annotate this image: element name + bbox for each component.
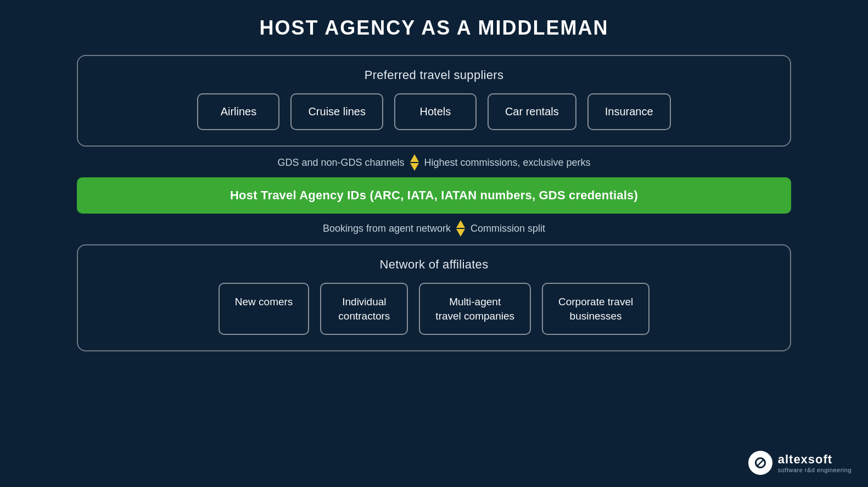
supplier-airlines: Airlines [197, 93, 279, 130]
middle-bottom-row: Bookings from agent network Commission s… [77, 220, 791, 237]
suppliers-row: Airlines Cruise lines Hotels Car rentals… [94, 93, 774, 130]
logo-main-text: altexsoft [778, 452, 852, 467]
affiliate-multi-agent: Multi-agenttravel companies [419, 283, 531, 335]
commission-split-text: Commission split [471, 223, 545, 234]
supplier-hotels: Hotels [394, 93, 477, 130]
arrows-bottom [456, 220, 465, 237]
page-title: HOST AGENCY AS A MIDDLEMAN [259, 16, 608, 40]
affiliates-box: Network of affiliates New comers Individ… [77, 244, 791, 351]
arrows-top [410, 154, 419, 171]
affiliates-label: Network of affiliates [94, 258, 774, 272]
affiliate-individual-contractors: Individualcontractors [320, 283, 408, 335]
arrow-up-icon [410, 154, 419, 162]
arrow-down-icon-2 [456, 229, 465, 237]
supplier-cruise-lines: Cruise lines [290, 93, 383, 130]
affiliate-corporate-travel: Corporate travelbusinesses [542, 283, 649, 335]
logo-icon [748, 451, 772, 475]
logo-text-group: altexsoft software r&d engineering [778, 452, 852, 473]
supplier-insurance: Insurance [587, 93, 671, 130]
host-agency-bar: Host Travel Agency IDs (ARC, IATA, IATAN… [77, 177, 791, 214]
arrow-down-icon [410, 163, 419, 171]
affiliates-row: New comers Individualcontractors Multi-a… [94, 283, 774, 335]
slide: HOST AGENCY AS A MIDDLEMAN Preferred tra… [0, 0, 868, 487]
commissions-text: Highest commissions, exclusive perks [424, 157, 591, 169]
logo-sub-text: software r&d engineering [778, 467, 852, 473]
supplier-car-rentals: Car rentals [488, 93, 576, 130]
affiliate-new-comers: New comers [219, 283, 310, 335]
arrow-up-icon-2 [456, 220, 465, 228]
gds-channels-text: GDS and non-GDS channels [277, 157, 404, 169]
logo-area: altexsoft software r&d engineering [748, 451, 852, 475]
suppliers-box: Preferred travel suppliers Airlines Crui… [77, 55, 791, 147]
bookings-text: Bookings from agent network [323, 223, 451, 234]
middle-top-row: GDS and non-GDS channels Highest commiss… [77, 154, 791, 171]
suppliers-label: Preferred travel suppliers [94, 68, 774, 82]
